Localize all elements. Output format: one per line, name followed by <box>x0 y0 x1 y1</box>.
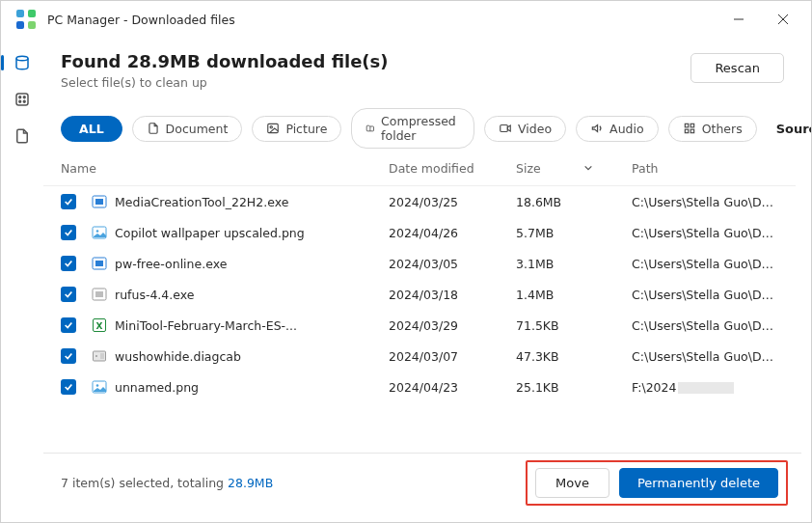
file-name: Copilot wallpaper upscaled.png <box>115 226 389 240</box>
sidebar-item-files[interactable] <box>11 124 34 148</box>
sidebar <box>1 38 43 522</box>
minimize-button[interactable] <box>717 5 761 34</box>
app-logo-icon <box>16 10 36 29</box>
close-button[interactable] <box>761 5 805 34</box>
video-icon <box>499 122 512 135</box>
row-checkbox[interactable] <box>61 194 76 209</box>
column-header-size[interactable]: Size <box>516 161 632 176</box>
file-date: 2024/03/25 <box>389 195 516 209</box>
file-size: 3.1MB <box>516 257 632 271</box>
file-date: 2024/03/29 <box>389 318 516 333</box>
svg-rect-14 <box>690 124 694 127</box>
svg-point-20 <box>96 230 99 233</box>
svg-text:X: X <box>96 321 103 331</box>
file-name: MiniTool-February-March-ES-... <box>115 318 389 333</box>
svg-point-6 <box>23 96 25 98</box>
table-row[interactable]: Copilot wallpaper upscaled.png 2024/04/2… <box>43 217 796 248</box>
table-header: Name Date modified Size Path <box>43 151 796 186</box>
file-type-icon <box>92 194 107 209</box>
move-button[interactable]: Move <box>535 468 609 498</box>
svg-rect-18 <box>95 199 103 205</box>
filter-chip-document[interactable]: Document <box>132 116 243 142</box>
svg-rect-15 <box>685 129 689 133</box>
sort-indicator-icon <box>541 161 593 176</box>
sidebar-item-apps[interactable] <box>11 88 34 111</box>
file-path: C:\Users\Stella Guo\Do... <box>632 349 778 364</box>
filter-chip-compressed[interactable]: Compressed folder <box>351 108 474 149</box>
table-row[interactable]: rufus-4.4.exe 2024/03/18 1.4MB C:\Users\… <box>43 279 796 310</box>
page-title: Found 28.9MB downloaded file(s) <box>61 51 389 71</box>
window-title: PC Manager - Downloaded files <box>47 13 235 27</box>
others-icon <box>683 122 696 135</box>
file-name: MediaCreationTool_22H2.exe <box>115 195 389 209</box>
document-icon <box>147 122 160 135</box>
file-type-icon: X <box>92 317 107 333</box>
file-path: F:\2024 <box>632 380 778 395</box>
svg-point-8 <box>23 100 25 102</box>
svg-point-7 <box>19 100 21 102</box>
filter-chip-picture[interactable]: Picture <box>252 116 341 142</box>
svg-rect-22 <box>95 261 103 266</box>
row-checkbox[interactable] <box>61 225 76 240</box>
file-path: C:\Users\Stella Guo\Do... <box>632 257 778 271</box>
row-checkbox[interactable] <box>61 379 76 395</box>
file-date: 2024/04/26 <box>389 226 516 240</box>
column-header-path[interactable]: Path <box>632 161 778 176</box>
source-label: Source <box>776 122 812 136</box>
title-bar: PC Manager - Downloaded files <box>1 1 811 38</box>
filter-chip-others[interactable]: Others <box>668 116 757 142</box>
row-checkbox[interactable] <box>61 317 76 333</box>
column-header-date[interactable]: Date modified <box>389 161 516 176</box>
svg-point-28 <box>95 355 97 357</box>
row-checkbox[interactable] <box>61 348 76 364</box>
table-row[interactable]: wushowhide.diagcab 2024/03/07 47.3KB C:\… <box>43 341 796 372</box>
file-size: 47.3KB <box>516 349 632 364</box>
rescan-button[interactable]: Rescan <box>690 53 784 83</box>
action-highlight-box: Move Permanently delete <box>526 460 788 506</box>
file-size: 71.5KB <box>516 318 632 333</box>
file-type-icon <box>92 287 107 302</box>
file-name: unnamed.png <box>115 380 389 395</box>
svg-point-30 <box>96 384 99 387</box>
svg-rect-9 <box>268 124 279 132</box>
file-size: 5.7MB <box>516 226 632 240</box>
compressed-folder-icon <box>365 122 375 135</box>
file-date: 2024/03/18 <box>389 288 516 302</box>
page-subtitle: Select file(s) to clean up <box>61 75 389 90</box>
svg-rect-12 <box>501 125 508 132</box>
file-name: pw-free-online.exe <box>115 257 389 271</box>
main-panel: Found 28.9MB downloaded file(s) Select f… <box>43 38 801 512</box>
file-type-icon <box>92 256 107 271</box>
row-checkbox[interactable] <box>61 256 76 271</box>
table-row[interactable]: pw-free-online.exe 2024/03/05 3.1MB C:\U… <box>43 248 796 279</box>
selection-status: 7 item(s) selected, totaling 28.9MB <box>61 476 273 490</box>
svg-point-10 <box>270 126 272 128</box>
filter-chip-audio[interactable]: Audio <box>576 116 659 142</box>
file-type-icon <box>92 379 107 395</box>
table-row[interactable]: unnamed.png 2024/04/23 25.1KB F:\2024 <box>43 372 796 402</box>
file-path: C:\Users\Stella Guo\Do... <box>632 318 778 333</box>
file-date: 2024/03/07 <box>389 349 516 364</box>
table-row[interactable]: X MiniTool-February-March-ES-... 2024/03… <box>43 310 796 341</box>
file-size: 18.6MB <box>516 195 632 209</box>
sidebar-item-storage[interactable] <box>11 51 34 74</box>
filter-chip-video[interactable]: Video <box>484 116 566 142</box>
svg-point-3 <box>16 56 28 61</box>
file-date: 2024/03/05 <box>389 257 516 271</box>
svg-point-5 <box>19 96 21 98</box>
filter-chip-all[interactable]: ALL <box>61 116 122 142</box>
file-name: wushowhide.diagcab <box>115 349 389 364</box>
file-path: C:\Users\Stella Guo\Do... <box>632 195 778 209</box>
file-date: 2024/04/23 <box>389 380 516 395</box>
svg-rect-24 <box>95 291 103 297</box>
footer-bar: 7 item(s) selected, totaling 28.9MB Move… <box>43 453 801 512</box>
audio-icon <box>590 122 604 135</box>
svg-rect-16 <box>690 129 694 133</box>
file-type-icon <box>92 225 107 240</box>
file-name: rufus-4.4.exe <box>115 288 389 302</box>
row-checkbox[interactable] <box>61 287 76 302</box>
table-row[interactable]: MediaCreationTool_22H2.exe 2024/03/25 18… <box>43 186 796 217</box>
filter-bar: ALL Document Picture Compressed folder V… <box>43 105 801 151</box>
column-header-name[interactable]: Name <box>61 161 389 176</box>
permanently-delete-button[interactable]: Permanently delete <box>619 468 778 498</box>
